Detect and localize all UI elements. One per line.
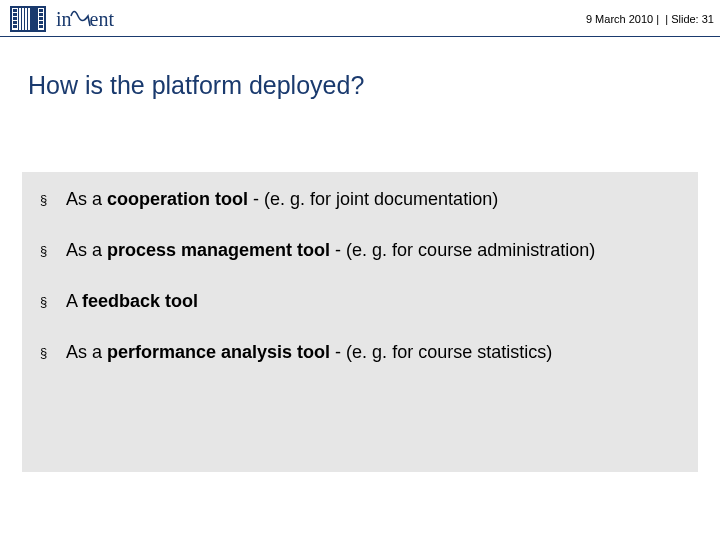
bullet-text: A feedback tool — [66, 288, 670, 315]
svg-rect-5 — [28, 8, 30, 30]
svg-rect-13 — [39, 9, 43, 12]
invent-logo-post: ent — [90, 8, 114, 31]
svg-rect-15 — [39, 17, 43, 20]
svg-rect-7 — [31, 8, 37, 30]
svg-rect-16 — [39, 21, 43, 24]
slide-meta: 9 March 2010 | | Slide: 31 — [586, 13, 714, 25]
list-item: § As a cooperation tool - (e. g. for joi… — [40, 186, 670, 213]
bullet-text: As a cooperation tool - (e. g. for joint… — [66, 186, 670, 213]
svg-rect-9 — [13, 13, 17, 16]
svg-rect-2 — [19, 8, 21, 30]
slide-label: Slide: — [671, 13, 699, 25]
list-item: § As a performance analysis tool - (e. g… — [40, 339, 670, 366]
svg-rect-14 — [39, 13, 43, 16]
bullet-text: As a performance analysis tool - (e. g. … — [66, 339, 670, 366]
svg-rect-17 — [39, 25, 43, 28]
slide-header: in ent 9 March 2010 | | Slide: 31 — [0, 0, 720, 37]
wave-icon — [70, 12, 92, 26]
bullet-icon: § — [40, 237, 66, 261]
list-item: § As a process management tool - (e. g. … — [40, 237, 670, 264]
bullet-icon: § — [40, 339, 66, 363]
slide-date: 9 March 2010 — [586, 13, 653, 25]
svg-rect-3 — [22, 8, 24, 30]
invent-logo: in ent — [56, 8, 114, 31]
svg-rect-4 — [25, 8, 27, 30]
bullet-icon: § — [40, 288, 66, 312]
logo-group: in ent — [10, 6, 114, 32]
svg-rect-12 — [13, 25, 17, 28]
bullet-icon: § — [40, 186, 66, 210]
slide-number: 31 — [702, 13, 714, 25]
content-panel: § As a cooperation tool - (e. g. for joi… — [22, 172, 698, 472]
bullet-text: As a process management tool - (e. g. fo… — [66, 237, 670, 264]
slide-title: How is the platform deployed? — [0, 37, 720, 100]
svg-rect-10 — [13, 17, 17, 20]
svg-rect-11 — [13, 21, 17, 24]
svg-rect-8 — [13, 9, 17, 12]
list-item: § A feedback tool — [40, 288, 670, 315]
org-logo-icon — [10, 6, 46, 32]
